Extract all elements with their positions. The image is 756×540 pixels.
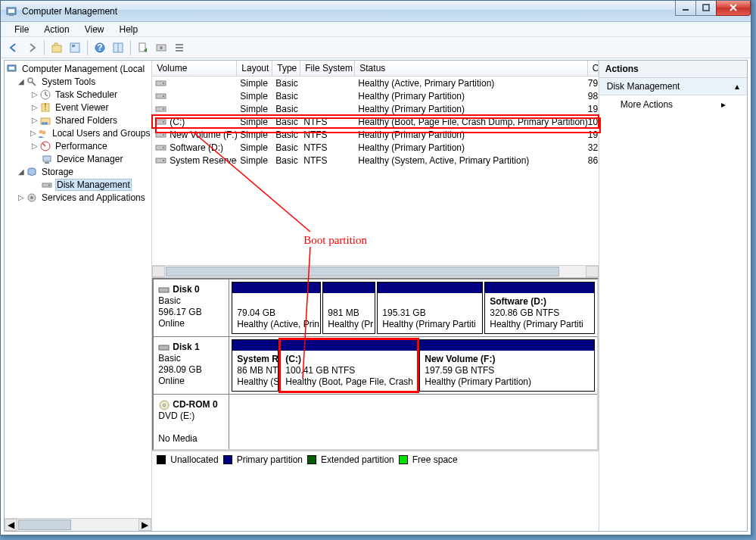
- tree-local-users[interactable]: ▷ Local Users and Groups: [5, 126, 151, 139]
- svg-text:!: !: [44, 101, 46, 112]
- tree-task-scheduler[interactable]: ▷ Task Scheduler: [5, 88, 151, 101]
- disk-info: Disk 1 Basic 298.09 GB Online: [154, 337, 229, 394]
- legend-swatch-primary: [223, 455, 232, 464]
- svg-rect-3: [683, 9, 689, 11]
- menu-help[interactable]: Help: [114, 23, 145, 36]
- scroll-left-icon[interactable]: ◀: [5, 519, 17, 531]
- tree-shared-folders[interactable]: ▷ Shared Folders: [5, 114, 151, 126]
- help-button[interactable]: ?: [92, 39, 108, 56]
- menu-action[interactable]: Action: [38, 23, 75, 36]
- collapse-icon[interactable]: ◢: [17, 167, 26, 176]
- event-icon: !: [39, 101, 51, 114]
- volume-scrollbar[interactable]: [152, 265, 598, 278]
- svg-point-38: [163, 83, 164, 84]
- disk-map: Disk 0 Basic 596.17 GB Online 79.04 GBHe…: [152, 278, 598, 451]
- expand-icon[interactable]: ▷: [17, 193, 26, 201]
- partition[interactable]: Software (D:)320.86 GB NTFSHealthy (Prim…: [484, 282, 594, 334]
- svg-rect-17: [176, 50, 183, 52]
- col-filesystem[interactable]: File System: [300, 61, 355, 76]
- up-button[interactable]: [48, 39, 65, 56]
- volume-row[interactable]: Software (D:)SimpleBasicNTFSHealthy (Pri…: [152, 141, 598, 154]
- collapse-icon[interactable]: ◢: [17, 77, 26, 86]
- close-button[interactable]: [716, 1, 751, 16]
- svg-point-34: [48, 184, 50, 186]
- maximize-button[interactable]: [695, 1, 717, 16]
- svg-rect-7: [72, 45, 75, 47]
- settings-button[interactable]: [153, 39, 170, 56]
- scroll-right-icon[interactable]: [586, 266, 599, 277]
- col-volume[interactable]: Volume: [152, 61, 237, 76]
- drive-icon: [155, 143, 167, 152]
- expand-icon[interactable]: ▷: [30, 103, 39, 111]
- col-status[interactable]: Status: [355, 61, 587, 76]
- col-capacity[interactable]: C: [588, 61, 599, 76]
- drive-icon: [155, 79, 167, 88]
- svg-point-50: [163, 160, 164, 161]
- disk-info: CD-ROM 0 DVD (E:) No Media: [154, 395, 229, 449]
- volume-row[interactable]: New Volume (F:)SimpleBasicNTFSHealthy (P…: [152, 128, 598, 141]
- tree-event-viewer[interactable]: ▷ ! Event Viewer: [5, 101, 151, 114]
- partition[interactable]: 195.31 GBHealthy (Primary Partiti: [377, 282, 483, 334]
- partition-c-highlighted[interactable]: (C:)100.41 GB NTFSHealthy (Boot, Page Fi…: [280, 339, 418, 392]
- tree-pane: Computer Management (Local ◢ System Tool…: [5, 61, 152, 531]
- legend-swatch-unallocated: [157, 455, 166, 464]
- tree-services[interactable]: ▷ Services and Applications: [5, 191, 151, 204]
- refresh-button[interactable]: [135, 39, 151, 56]
- cd-icon: [158, 400, 170, 410]
- partition[interactable]: New Volume (F:)197.59 GB NTFSHealthy (Pr…: [419, 339, 594, 392]
- scroll-right-icon[interactable]: ▶: [138, 519, 151, 531]
- expand-icon[interactable]: ▷: [30, 90, 39, 98]
- partition[interactable]: 79.04 GBHealthy (Active, Prin: [232, 282, 321, 334]
- wrench-icon: [26, 76, 38, 88]
- scroll-left-icon[interactable]: [152, 266, 165, 277]
- partition[interactable]: 981 MBHealthy (Pr: [322, 282, 375, 334]
- tree-system-tools[interactable]: ◢ System Tools: [5, 75, 151, 88]
- back-button[interactable]: [5, 39, 22, 56]
- tree-device-manager[interactable]: Device Manager: [5, 152, 151, 165]
- tree-scrollbar[interactable]: ◀ ▶: [5, 518, 151, 531]
- titlebar[interactable]: Computer Management: [1, 1, 751, 22]
- volume-row[interactable]: System ReservedSimpleBasicNTFSHealthy (S…: [152, 154, 598, 167]
- app-icon: [5, 5, 17, 17]
- legend-label: Unallocated: [170, 454, 218, 465]
- minimize-button[interactable]: [675, 1, 696, 16]
- actions-pane: Actions Disk Management ▴ More Actions ▸: [599, 61, 747, 531]
- drive-icon: [155, 156, 167, 165]
- disk-info: Disk 0 Basic 596.17 GB Online: [154, 279, 229, 336]
- storage-icon: [26, 166, 38, 178]
- tree-storage[interactable]: ◢ Storage: [5, 165, 151, 178]
- volume-row[interactable]: SimpleBasicHealthy (Primary Partition)98: [152, 89, 598, 102]
- menu-file[interactable]: File: [8, 23, 35, 36]
- col-layout[interactable]: Layout: [237, 61, 272, 76]
- properties-button[interactable]: [67, 39, 83, 56]
- svg-rect-1: [8, 9, 14, 13]
- disk-row-1[interactable]: Disk 1 Basic 298.09 GB Online System Re8…: [154, 337, 596, 395]
- actions-section[interactable]: Disk Management ▴: [599, 78, 747, 95]
- svg-rect-47: [156, 145, 166, 150]
- volume-row[interactable]: (C:)SimpleBasicNTFSHealthy (Boot, Page F…: [152, 115, 598, 128]
- scroll-thumb[interactable]: [18, 520, 71, 530]
- tree-disk-management[interactable]: Disk Management: [5, 178, 151, 191]
- volume-row[interactable]: SimpleBasicHealthy (Primary Partition)19: [152, 102, 598, 115]
- list-button[interactable]: [171, 39, 188, 56]
- volume-row[interactable]: SimpleBasicHealthy (Active, Primary Part…: [152, 76, 598, 89]
- view-toggle-button[interactable]: [110, 39, 126, 56]
- expand-icon[interactable]: ▷: [30, 142, 39, 150]
- menu-view[interactable]: View: [79, 23, 110, 36]
- actions-title: Actions: [599, 61, 747, 78]
- svg-point-36: [30, 196, 33, 199]
- scroll-thumb[interactable]: [166, 267, 559, 276]
- actions-more[interactable]: More Actions ▸: [599, 95, 747, 114]
- expand-icon[interactable]: ▷: [30, 116, 39, 124]
- svg-point-40: [163, 95, 164, 97]
- col-type[interactable]: Type: [272, 61, 300, 76]
- tree-performance[interactable]: ▷ Performance: [5, 139, 151, 152]
- expand-icon[interactable]: ▷: [30, 129, 36, 137]
- svg-rect-39: [156, 94, 166, 98]
- legend-label: Free space: [412, 454, 458, 465]
- tree-root[interactable]: Computer Management (Local: [5, 62, 151, 75]
- disk-row-0[interactable]: Disk 0 Basic 596.17 GB Online 79.04 GBHe…: [154, 279, 596, 337]
- partition[interactable]: System Re86 MB NTIHealthy (S: [232, 339, 278, 392]
- disk-row-cd[interactable]: CD-ROM 0 DVD (E:) No Media: [154, 395, 596, 449]
- forward-button[interactable]: [23, 39, 40, 56]
